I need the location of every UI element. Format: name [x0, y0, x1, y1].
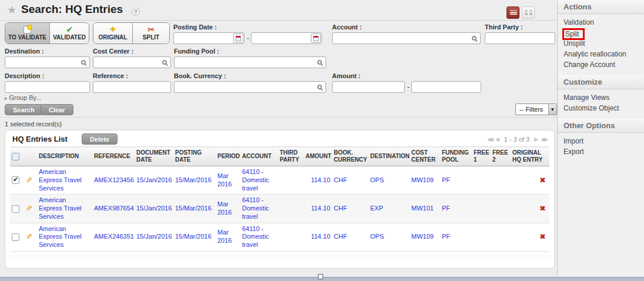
calendar-icon[interactable]	[233, 34, 243, 43]
cell-description[interactable]: American Express Travel Services	[37, 223, 92, 251]
split-highlight-box[interactable]: Split	[562, 28, 585, 40]
action-customize-object[interactable]: Customize Object	[558, 103, 644, 114]
col-funding-pool[interactable]: FUNDING POOL	[440, 147, 472, 166]
list-header: HQ Entries List Delete ◀◀ ◀ 1 - 3 of 3 ▶…	[5, 131, 554, 146]
col-period[interactable]: PERIOD	[216, 147, 240, 166]
col-posting-date[interactable]: POSTING DATE	[173, 147, 216, 166]
posting-date-label: Posting Date :	[173, 24, 217, 31]
search-icon[interactable]	[81, 60, 86, 65]
cell-destination: OPS	[368, 166, 410, 195]
col-account[interactable]: ACCOUNT	[240, 147, 278, 166]
action-export[interactable]: Export	[558, 147, 644, 158]
calendar-icon[interactable]	[311, 34, 321, 43]
cell-free-2	[491, 223, 511, 251]
amount-from-field	[332, 81, 405, 93]
cell-amount: 114.10	[304, 166, 332, 195]
col-free-1[interactable]: FREE 1	[472, 147, 491, 166]
col-third-party[interactable]: THIRD PARTY	[278, 147, 304, 166]
cell-account: 64110 - Domestic travel	[240, 195, 278, 223]
row-checkbox[interactable]	[12, 233, 19, 241]
action-analytic-reallocation[interactable]: Analytic reallocation	[558, 49, 644, 60]
row-checkbox[interactable]	[12, 176, 19, 184]
delete-button[interactable]: Delete	[82, 133, 118, 145]
amount-from-input[interactable]	[333, 82, 404, 92]
next-page-icon[interactable]: ▶	[534, 136, 538, 142]
col-original-hq-entry[interactable]: ORIGINAL HQ ENTRY	[511, 147, 549, 166]
cell-reference[interactable]: AMEX123456	[92, 166, 135, 195]
first-page-icon[interactable]: ◀◀	[487, 136, 492, 142]
favorite-star-icon[interactable]: ★	[7, 4, 16, 16]
cell-amount: 114.10	[304, 223, 332, 251]
split-button[interactable]: ✂ SPLIT	[132, 23, 169, 44]
action-import[interactable]: Import	[558, 136, 644, 147]
funding-pool-input[interactable]	[175, 58, 317, 67]
cell-book-currency: CHF	[332, 223, 368, 251]
reference-input[interactable]	[93, 82, 170, 92]
grid-view-toggle[interactable]	[522, 6, 535, 19]
delete-entry-icon[interactable]: ✖	[539, 176, 546, 185]
edit-pencil-icon[interactable]: ✎	[26, 176, 32, 185]
cost-center-input[interactable]	[93, 58, 162, 67]
to-validate-button[interactable]: TO VALIDATE	[5, 23, 49, 44]
select-all-checkbox[interactable]	[12, 153, 19, 160]
cell-third-party	[278, 223, 304, 251]
col-amount[interactable]: AMOUNT	[304, 147, 332, 166]
prev-page-icon[interactable]: ◀	[495, 136, 499, 142]
cell-description[interactable]: American Express Travel Services	[37, 195, 92, 223]
delete-entry-icon[interactable]: ✖	[539, 232, 546, 241]
table-row: ✎ American Express Travel Services AMEX9…	[10, 195, 549, 223]
account-input[interactable]	[333, 34, 472, 43]
action-unsplit[interactable]: Unsplit	[558, 39, 644, 49]
description-input[interactable]	[5, 82, 89, 92]
third-party-input[interactable]	[485, 34, 555, 43]
cell-posting-date: 15/Mar/2016	[173, 223, 216, 251]
search-icon[interactable]	[472, 36, 477, 41]
cell-reference[interactable]: AMEX987654	[92, 195, 135, 223]
book-currency-input[interactable]	[175, 82, 317, 92]
cell-reference[interactable]: AMEX246351	[92, 223, 135, 251]
edit-pencil-icon[interactable]: ✎	[26, 204, 32, 213]
split-status-group: ✦ ORIGINAL ✂ SPLIT	[93, 22, 170, 44]
col-description[interactable]: DESCRIPTION	[37, 147, 92, 166]
action-change-account[interactable]: Change Account	[558, 60, 644, 71]
action-manage-views[interactable]: Manage Views	[558, 93, 644, 103]
cell-document-date: 15/Jan/2016	[135, 195, 173, 223]
edit-pencil-icon[interactable]: ✎	[26, 232, 32, 242]
delete-entry-icon[interactable]: ✖	[539, 204, 546, 213]
original-button[interactable]: ✦ ORIGINAL	[93, 23, 132, 44]
cell-posting-date: 15/Mar/2016	[173, 195, 216, 223]
action-validation[interactable]: Validation	[558, 18, 644, 28]
filters-dropdown[interactable]: -- Filters -- ▼	[515, 103, 557, 115]
list-view-toggle[interactable]	[507, 6, 519, 19]
col-book-currency[interactable]: BOOK. CURRENCY	[332, 147, 368, 166]
clear-button[interactable]: Clear	[41, 104, 73, 115]
posting-date-from-input[interactable]	[174, 34, 233, 43]
cost-center-field	[93, 56, 171, 68]
col-reference[interactable]: REFERENCE	[92, 147, 135, 166]
search-icon[interactable]	[317, 60, 322, 65]
last-page-icon[interactable]: ▶▶	[542, 136, 548, 142]
amount-to-input[interactable]	[412, 82, 481, 92]
col-destination[interactable]: DESTINATION	[368, 147, 410, 166]
account-field	[332, 32, 481, 44]
action-split[interactable]: Split	[558, 28, 644, 39]
validated-button[interactable]: ✔ VALIDATED	[49, 23, 89, 44]
amount-to-field	[411, 81, 481, 93]
cell-free-2	[491, 166, 511, 195]
cell-free-1	[472, 195, 491, 223]
search-button[interactable]: Search	[5, 104, 43, 115]
grid-view-icon	[525, 10, 528, 16]
search-icon[interactable]	[162, 60, 167, 65]
help-icon[interactable]: ?	[132, 8, 140, 16]
cell-description[interactable]: American Express Travel Services	[37, 166, 92, 195]
row-checkbox[interactable]	[12, 205, 19, 213]
splitter-grip-handle[interactable]	[318, 274, 323, 279]
group-by-toggle[interactable]: ▸Group By...	[5, 94, 41, 101]
posting-date-to-input[interactable]	[251, 34, 311, 43]
book-currency-label: Book. Currency :	[174, 72, 226, 79]
col-free-2[interactable]: FREE 2	[491, 147, 511, 166]
destination-input[interactable]	[5, 58, 81, 67]
col-document-date[interactable]: DOCUMENT DATE	[135, 147, 173, 166]
search-icon[interactable]	[317, 85, 322, 89]
col-cost-center[interactable]: COST CENTER	[410, 147, 440, 166]
